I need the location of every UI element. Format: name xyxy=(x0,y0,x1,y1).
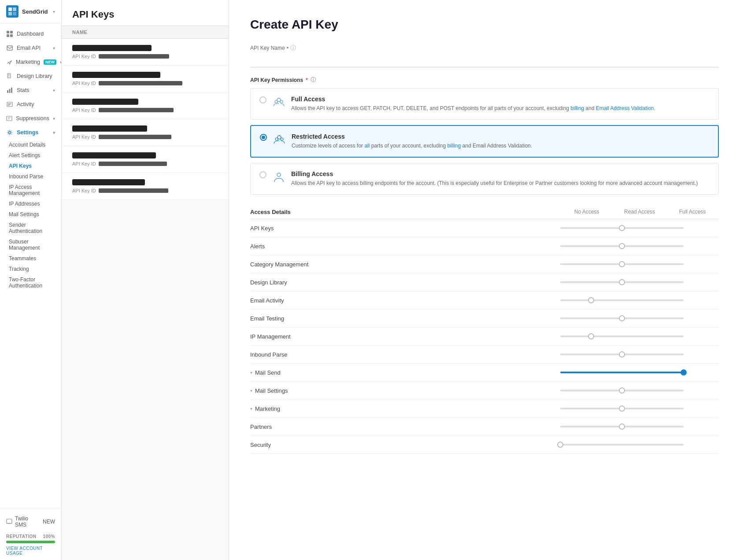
slider-wrapper[interactable] xyxy=(560,242,684,251)
slider-thumb[interactable] xyxy=(619,243,625,249)
sidebar-item-ip-addresses[interactable]: IP Addresses xyxy=(0,199,61,209)
expand-icon[interactable]: ▾ xyxy=(250,370,252,375)
sidebar-item-activity[interactable]: Activity xyxy=(0,97,61,111)
slider-thumb[interactable] xyxy=(619,387,625,394)
slider-thumb[interactable] xyxy=(619,424,625,430)
api-key-name-label: API Key Name xyxy=(250,45,285,51)
slider-wrapper[interactable] xyxy=(560,260,684,269)
logo-chevron-icon: ▾ xyxy=(53,9,55,14)
billing-access-card[interactable]: Billing Access Allows the API key to acc… xyxy=(250,163,719,195)
api-key-name-info-icon[interactable]: ⓘ xyxy=(290,44,296,52)
sidebar-item-ip-access-management[interactable]: IP Access Management xyxy=(0,182,61,199)
api-key-name-bar xyxy=(72,99,138,105)
api-key-name-input[interactable] xyxy=(250,55,719,67)
expand-icon[interactable]: ▾ xyxy=(250,406,252,411)
slider-wrapper[interactable] xyxy=(560,404,684,413)
sidebar-item-marketing[interactable]: Marketing NEW ▾ xyxy=(0,55,61,69)
table-row[interactable]: API Key ID xyxy=(62,92,229,119)
sidebar-item-stats[interactable]: Stats ▾ xyxy=(0,83,61,97)
full-access-billing-link[interactable]: billing xyxy=(570,105,584,111)
table-row[interactable]: API Key ID xyxy=(62,146,229,173)
suppressions-chevron-icon: ▾ xyxy=(53,116,55,121)
api-key-permissions-group: API Key Permissions * ⓘ Full Access Allo… xyxy=(250,76,719,195)
slider-wrapper[interactable] xyxy=(560,224,684,232)
table-row[interactable]: API Key ID xyxy=(62,173,229,200)
view-account-usage-link[interactable]: VIEW ACCOUNT USAGE xyxy=(6,546,55,556)
access-row: ▾Marketing xyxy=(250,400,719,418)
table-row[interactable]: API Key ID xyxy=(62,119,229,146)
expand-icon[interactable]: ▾ xyxy=(250,388,252,393)
slider-thumb[interactable] xyxy=(588,333,594,339)
table-row[interactable]: API Key ID xyxy=(62,39,229,66)
sidebar-item-email-api[interactable]: Email API ▾ xyxy=(0,41,61,55)
sidebar-logo[interactable]: SendGrid ▾ xyxy=(0,0,61,23)
full-access-card[interactable]: Full Access Allows the API key to access… xyxy=(250,88,719,120)
svg-rect-19 xyxy=(7,116,12,121)
restricted-access-radio[interactable] xyxy=(260,134,267,141)
slider-wrapper[interactable] xyxy=(560,314,684,323)
slider-thumb[interactable] xyxy=(619,225,625,231)
sidebar-item-design-library[interactable]: Design Library xyxy=(0,69,61,83)
restricted-all-link[interactable]: all xyxy=(364,143,370,149)
access-row-label: Security xyxy=(250,442,271,448)
permissions-info-icon[interactable]: ⓘ xyxy=(311,76,316,84)
dashboard-label: Dashboard xyxy=(17,31,44,37)
slider-thumb[interactable] xyxy=(557,442,563,448)
access-row: IP Management xyxy=(250,328,719,346)
slider-thumb[interactable] xyxy=(681,369,687,376)
slider-wrapper[interactable] xyxy=(560,278,684,287)
restricted-access-icon xyxy=(273,133,285,145)
full-access-radio[interactable] xyxy=(259,96,266,103)
slider-thumb[interactable] xyxy=(619,315,625,321)
slider-wrapper[interactable] xyxy=(560,440,684,449)
slider-wrapper[interactable] xyxy=(560,350,684,359)
slider-thumb[interactable] xyxy=(619,279,625,285)
sidebar-item-subuser-management[interactable]: Subuser Management xyxy=(0,236,61,253)
api-key-id-row: API Key ID xyxy=(72,161,218,166)
restricted-access-info: Restricted Access Customize levels of ac… xyxy=(292,133,709,150)
stats-chevron-icon: ▾ xyxy=(53,88,55,93)
sidebar-item-tracking[interactable]: Tracking xyxy=(0,264,61,274)
full-access-header: Full Access xyxy=(666,209,719,215)
slider-thumb[interactable] xyxy=(619,261,625,267)
restricted-billing-link[interactable]: billing xyxy=(448,143,461,149)
page-title: API Keys xyxy=(72,9,218,20)
sidebar-item-mail-settings[interactable]: Mail Settings xyxy=(0,209,61,220)
table-row[interactable]: API Key ID xyxy=(62,66,229,92)
sidebar-item-suppressions[interactable]: Suppressions ▾ xyxy=(0,111,61,125)
slider-wrapper[interactable] xyxy=(560,296,684,305)
api-key-list: API Key ID API Key ID API Key ID API Key xyxy=(62,39,229,200)
slider-wrapper[interactable] xyxy=(560,422,684,431)
sidebar-item-alert-settings[interactable]: Alert Settings xyxy=(0,150,61,161)
slider-track xyxy=(560,245,684,247)
restricted-access-card[interactable]: Restricted Access Customize levels of ac… xyxy=(250,125,719,158)
settings-icon xyxy=(6,129,13,136)
access-row-label: Alerts xyxy=(250,243,265,250)
sidebar-item-sender-authentication[interactable]: Sender Authentication xyxy=(0,220,61,236)
slider-track xyxy=(560,372,684,373)
sidebar-item-account-details[interactable]: Account Details xyxy=(0,140,61,150)
slider-track xyxy=(560,317,684,319)
sidebar-item-dashboard[interactable]: Dashboard xyxy=(0,27,61,41)
slider-thumb[interactable] xyxy=(588,297,594,303)
sidebar-item-api-keys[interactable]: API Keys xyxy=(0,161,61,171)
access-row-label: API Keys xyxy=(250,225,274,232)
logo-text: SendGrid xyxy=(22,8,48,15)
create-api-key-panel: Create API Key API Key Name • ⓘ API Key … xyxy=(229,0,740,560)
slider-wrapper[interactable] xyxy=(560,332,684,341)
access-row: Email Testing xyxy=(250,309,719,328)
twilio-sms-label: Twilio SMS xyxy=(15,516,40,528)
billing-access-radio[interactable] xyxy=(259,171,266,178)
sidebar-item-inbound-parse[interactable]: Inbound Parse xyxy=(0,171,61,182)
sidebar-item-settings[interactable]: Settings ▾ xyxy=(0,125,61,140)
settings-submenu: Account Details Alert Settings API Keys … xyxy=(0,140,61,291)
slider-thumb[interactable] xyxy=(619,351,625,357)
slider-wrapper[interactable] xyxy=(560,368,684,377)
access-row-label: Design Library xyxy=(250,279,287,286)
sidebar-item-teammates[interactable]: Teammates xyxy=(0,253,61,264)
sidebar-item-two-factor-auth[interactable]: Two-Factor Authentication xyxy=(0,274,61,291)
slider-thumb[interactable] xyxy=(619,405,625,412)
twilio-sms-item[interactable]: Twilio SMS NEW xyxy=(6,513,55,531)
slider-wrapper[interactable] xyxy=(560,386,684,395)
full-access-email-validation-link[interactable]: Email Address Validation xyxy=(596,105,654,111)
